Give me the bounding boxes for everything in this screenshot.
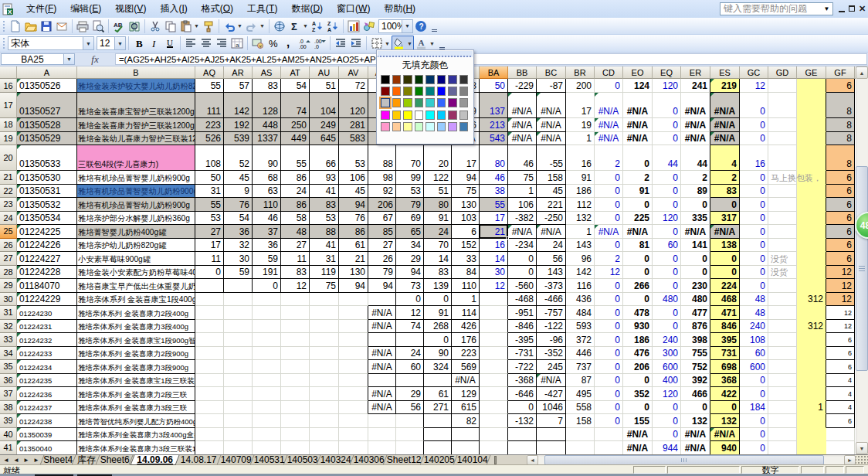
cell-AS21[interactable]: 68 [253,171,281,185]
cell-A34[interactable]: 01224233 [17,347,77,361]
cell-BB32[interactable]: -846 [508,320,537,334]
cell-AS23[interactable]: 110 [253,198,281,212]
cell-B38[interactable]: 雅培亲体系列 金装喜康力3段三联 [77,401,195,415]
cell-ES17[interactable]: #N/A [710,93,740,118]
cell-BA38[interactable] [480,401,508,415]
cell-B27[interactable]: 小安素草莓味900g罐 [77,252,195,266]
cell-B22[interactable]: 雅培有机珍品菁智婴幼儿奶粉900g [77,185,195,199]
cell-ES33[interactable]: 395 [710,333,740,347]
cell-A35[interactable]: 01224234 [17,360,77,374]
cell-AV39[interactable] [339,414,368,428]
color-swatch-000000[interactable] [381,75,390,84]
cell-BC28[interactable]: 143 [537,266,566,280]
cell-BC20[interactable]: -55 [537,145,566,171]
color-swatch-ffffff[interactable] [415,110,424,120]
cell-BA32[interactable] [480,320,508,334]
cell-BA24[interactable]: 17 [480,212,508,226]
row-header-29[interactable]: 29 [0,279,17,293]
cell-BC40[interactable] [537,428,566,442]
cell-AZ29[interactable]: 110 [452,279,480,293]
cell-AT17[interactable]: 74 [281,93,310,118]
cell-ER20[interactable]: 44 [681,145,710,171]
cell-BC36[interactable]: #N/A [537,374,566,388]
cell-AT22[interactable]: 24 [281,185,310,199]
cell-AY22[interactable]: 51 [424,185,452,199]
column-header-EO[interactable]: EO [623,66,653,79]
cell-CD16[interactable]: 0 [595,79,623,93]
cell-CD38[interactable]: 0 [595,401,623,415]
cell-AX29[interactable]: 73 [396,279,424,293]
cell-AR41[interactable] [224,441,253,455]
cell-B31[interactable]: 雅培亲体系列 金装喜康力2段400g [77,306,195,320]
cell-BB37[interactable]: -646 [508,387,537,401]
column-header-EQ[interactable]: EQ [653,66,681,79]
cell-AQ31[interactable] [195,306,224,320]
cell-AU28[interactable]: 119 [310,266,339,280]
cell-BC23[interactable]: 221 [537,198,566,212]
cell-AY36[interactable] [424,374,452,388]
cell-ES19[interactable]: #N/A [710,132,740,146]
cell-GC35[interactable]: 600 [740,360,768,374]
cell-AU34[interactable] [310,347,339,361]
cell-AX25[interactable]: 65 [396,225,424,239]
cell-GF24[interactable]: 6 [826,212,855,226]
dec-indent-button[interactable] [333,36,348,51]
cell-A27[interactable]: 01224227 [17,252,77,266]
cell-GD27[interactable]: 没货 [768,252,797,266]
cell-CD23[interactable]: 0 [595,198,623,212]
cell-ER17[interactable]: #N/A [681,93,710,118]
cell-BB40[interactable] [508,428,537,442]
cell-AQ39[interactable] [195,414,224,428]
cell-BC19[interactable]: #N/A [537,132,566,146]
zoom-dropdown-icon[interactable]: ▼ [402,20,412,32]
cell-AW22[interactable]: 92 [368,185,396,199]
cell-GF26[interactable]: 6 [826,239,855,253]
cell-AZ33[interactable]: 176 [452,333,480,347]
color-swatch-ccffcc[interactable] [415,122,424,131]
cell-AR28[interactable]: 59 [224,266,253,280]
fill-button[interactable]: ▼ [392,36,414,51]
cell-GC32[interactable]: 240 [740,320,768,334]
cell-ER38[interactable]: 0 [681,401,710,415]
cell-B24[interactable]: 雅培亲护部分水解婴儿奶粉360g [77,212,195,226]
cell-GD23[interactable] [768,198,797,212]
cell-BC29[interactable]: -373 [537,279,566,293]
hyperlink-button[interactable] [272,19,287,34]
cell-EO25[interactable]: #N/A [623,225,653,239]
cell-BR26[interactable]: 143 [566,239,595,253]
sort-az-button[interactable]: AZ [310,19,325,34]
cell-AZ39[interactable]: 82 [452,414,480,428]
cell-CD35[interactable]: 0 [595,360,623,374]
cell-AU40[interactable] [310,428,339,442]
cell-AQ29[interactable] [195,279,224,293]
cell-BB24[interactable]: -382 [508,212,537,226]
cell-AW38[interactable]: #N/A [368,401,396,415]
cell-ER40[interactable]: #N/A [681,428,710,442]
cell-AZ30[interactable]: 1 [452,293,480,307]
cell-AR39[interactable] [224,414,253,428]
cell-GC36[interactable]: 0 [740,374,768,388]
cell-AY32[interactable]: 268 [424,320,452,334]
cell-AQ37[interactable] [195,387,224,401]
column-header-AR[interactable]: AR [224,66,253,79]
help-dropdown-icon[interactable]: ▼ [821,3,832,15]
cell-BA41[interactable] [480,441,508,455]
row-header-20[interactable]: 20 [0,145,17,171]
cell-EO29[interactable]: 266 [623,279,653,293]
cell-AR27[interactable]: 30 [224,252,253,266]
row-header-40[interactable]: 40 [0,428,17,442]
cell-BB17[interactable]: #N/A [508,93,537,118]
row-header-24[interactable]: 24 [0,212,17,226]
cell-AR18[interactable]: 192 [224,118,253,132]
cell-AV37[interactable] [339,387,368,401]
column-header-BA[interactable]: BA [480,66,508,79]
name-box[interactable]: BA25 [1,53,64,65]
cell-AQ21[interactable]: 50 [195,171,224,185]
vertical-scrollbar[interactable]: ▲▼ [856,66,868,454]
cell-AY39[interactable] [424,414,452,428]
cell-EQ35[interactable]: 600 [653,360,681,374]
color-swatch-0000ff[interactable] [437,87,446,96]
column-header-AU[interactable]: AU [310,66,339,79]
cell-GE37[interactable] [797,387,826,401]
cell-AW25[interactable]: 85 [368,225,396,239]
